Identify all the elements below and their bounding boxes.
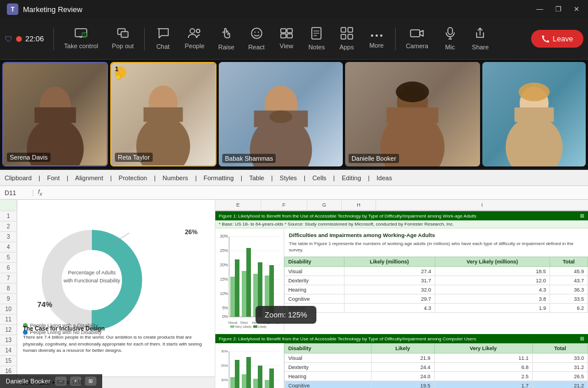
excel-container: Clipboard | Font | Alignment | Protectio…	[0, 170, 588, 388]
raise-button[interactable]: Raise	[212, 24, 240, 54]
inclusive-text: There are 7.4 billion people in the worl…	[23, 334, 209, 354]
react-button[interactable]: React	[242, 24, 270, 54]
react-icon	[250, 27, 263, 41]
f2-cell-vlikely-hearing: 2.5	[434, 372, 532, 381]
toolbar-separator-3	[395, 28, 396, 51]
mic-button[interactable]: Mic	[436, 24, 464, 54]
toolbar: 🛡 22:06 ✎ Take control Pop out	[0, 18, 588, 60]
ribbon-separator-4: |	[154, 174, 156, 181]
row-10: 10	[0, 304, 17, 315]
f2-col-total: Total	[532, 344, 587, 354]
f2-cell-likely-cognitive: 19.5	[371, 381, 434, 389]
f2-col-very-likely: Very Likely	[434, 344, 532, 354]
notes-button[interactable]: Notes	[303, 24, 331, 54]
bar-chart-figure2: 30% 25% 20% 15% 10%	[215, 343, 284, 388]
table-row-selected: Cognitive 19.5 1.7 21.2	[285, 381, 588, 389]
ribbon-numbers: Numbers	[163, 174, 188, 181]
zoom-in-button[interactable]: +	[70, 377, 82, 386]
svg-point-50	[519, 83, 550, 101]
ribbon-separator-3: |	[110, 174, 112, 181]
video-tile-reta[interactable]: 1 🖐 Reta Taylor	[110, 62, 216, 166]
leave-button[interactable]: Leave	[531, 30, 583, 48]
svg-rect-74	[246, 248, 251, 317]
row-13: 13	[0, 335, 17, 346]
svg-point-25	[371, 34, 373, 37]
table-row: Visual 27.4 18.5 45.9	[285, 267, 588, 276]
figure1-subheader: * Base: US 18- to 64-years-olds * Source…	[215, 220, 588, 228]
view-button[interactable]: View	[273, 25, 300, 53]
svg-rect-28	[411, 30, 420, 37]
svg-rect-88	[253, 325, 257, 328]
take-control-label: Take control	[64, 42, 98, 49]
tables-area: E F G H I Figure 1: Likelyhood to Benefi…	[215, 200, 588, 388]
figure2-expand-icon[interactable]: ⊞	[580, 336, 585, 342]
chat-button[interactable]: Chat	[149, 24, 177, 53]
ribbon-separator-10: |	[368, 174, 370, 181]
svg-point-9	[196, 29, 200, 33]
ribbon-separator-6: |	[241, 174, 242, 181]
svg-rect-45	[386, 107, 438, 123]
camera-button[interactable]: Camera	[400, 25, 434, 53]
cell-disability-visual: Visual	[285, 267, 345, 276]
ribbon-cells: Cells	[312, 174, 326, 181]
row-8: 8	[0, 284, 17, 294]
video-tile-danielle[interactable]: Danielle Booker	[345, 62, 479, 166]
apps-button[interactable]: Apps	[333, 24, 361, 54]
figure2-area: Figure 2: Likelyhood to Benefit from the…	[215, 334, 588, 388]
row-headers: 1 2 3 4 5 6 7 8 9 10 11 12 13 14 15 16 1…	[0, 200, 17, 388]
svg-text:with Functional Disability: with Functional Disability	[63, 278, 121, 284]
cell-vlikely-visual: 18.5	[435, 267, 550, 276]
row-12: 12	[0, 325, 17, 335]
svg-rect-24	[348, 34, 353, 39]
cell-disability-dexterity: Dexterity	[285, 276, 345, 285]
cell-total-speech: 6.2	[550, 304, 587, 313]
zoom-out-button[interactable]: -	[55, 377, 67, 386]
bottom-controls: - + ⊞	[55, 377, 96, 386]
f2-cell-likely-visual: 21.9	[371, 354, 434, 363]
take-control-button[interactable]: ✎ Take control	[59, 25, 104, 53]
svg-rect-86	[230, 325, 234, 328]
share-label: Share	[472, 44, 489, 51]
figure2-data-table: Disability Likely Very Likely Total	[284, 343, 588, 388]
pop-out-button[interactable]: Pop out	[106, 25, 140, 53]
people-button[interactable]: People	[179, 25, 210, 53]
figure1-expand-icon[interactable]: ⊞	[580, 213, 585, 219]
svg-rect-21	[341, 28, 346, 32]
svg-text:25%: 25%	[221, 364, 229, 367]
minimize-button[interactable]: —	[535, 5, 544, 13]
donut-chart: Percentage of Adults with Functional Dis…	[29, 217, 155, 334]
share-button[interactable]: Share	[466, 24, 494, 54]
cell-reference[interactable]: D11	[5, 189, 33, 196]
row-2: 2	[0, 222, 17, 232]
fit-button[interactable]: ⊞	[85, 377, 96, 386]
shield-icon: 🛡	[5, 34, 13, 44]
maximize-button[interactable]: ❐	[554, 5, 563, 13]
col-f: F	[261, 200, 307, 210]
video-tile-serena[interactable]: Serena Davis	[2, 62, 108, 166]
figure1-section-title: Difficulties and Impairments among Worki…	[284, 228, 588, 239]
svg-rect-29	[448, 28, 452, 34]
video-tile-babak[interactable]: Babak Shammas	[219, 62, 343, 166]
video-tile-5[interactable]	[482, 62, 586, 166]
main-content: Clipboard | Font | Alignment | Protectio…	[0, 170, 588, 388]
formula-icon: fx	[38, 188, 42, 197]
video-name-serena: Serena Davis	[7, 153, 51, 162]
f2-cell-total-hearing: 26.5	[532, 372, 587, 381]
svg-rect-71	[230, 277, 235, 317]
col-g: G	[307, 200, 342, 210]
svg-point-27	[380, 34, 382, 37]
cell-disability-cognitive: Cognitive	[285, 294, 345, 304]
col-header-likely: Likely (millions)	[344, 257, 435, 267]
table-row: Visual 21.9 11.1 33.0	[285, 354, 588, 363]
svg-rect-38	[144, 107, 183, 122]
f2-cell-dexterity: Dexterity	[285, 363, 372, 372]
f2-cell-hearing: Hearing	[285, 372, 372, 381]
close-button[interactable]: ✕	[572, 5, 581, 13]
formula-bar: D11 fx	[0, 186, 588, 200]
f2-cell-vlikely-dexterity: 6.8	[434, 363, 532, 372]
table-row: Hearing 24.0 2.5 26.5	[285, 372, 588, 381]
more-button[interactable]: More	[363, 26, 390, 52]
svg-text:Dext: Dext	[241, 321, 248, 324]
figure1-title: Figure 1: Likelyhood to Benefit from the…	[219, 214, 580, 219]
excel-ribbon: Clipboard | Font | Alignment | Protectio…	[0, 170, 588, 186]
